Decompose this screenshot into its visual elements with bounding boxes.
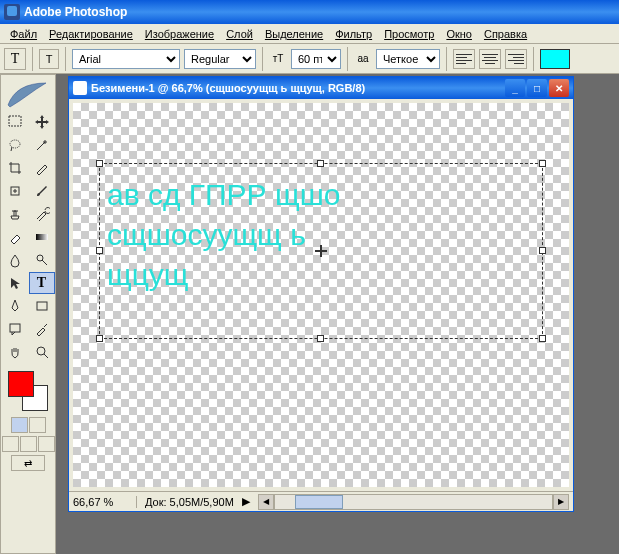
mask-mode-buttons (11, 417, 46, 433)
svg-rect-0 (9, 116, 21, 126)
canvas-text-content[interactable]: ав сд ГПРР щшо сщшосуущщ ь щцущ (107, 175, 340, 295)
tool-grid: T (2, 111, 55, 363)
separator (533, 47, 534, 71)
horizontal-scrollbar[interactable]: ◀ ▶ (258, 494, 569, 510)
scroll-left-button[interactable]: ◀ (258, 494, 274, 510)
scroll-right-button[interactable]: ▶ (553, 494, 569, 510)
svg-point-7 (37, 347, 45, 355)
gradient-tool[interactable] (29, 226, 55, 248)
screen-full-button[interactable] (38, 436, 55, 452)
resize-handle-ml[interactable] (96, 247, 103, 254)
canvas-area: Безимени-1 @ 66,7% (сщшосуущщ ь щцущ, RG… (56, 74, 619, 554)
separator (347, 47, 348, 71)
pen-tool[interactable] (2, 295, 28, 317)
svg-rect-3 (36, 234, 48, 240)
clone-stamp-tool[interactable] (2, 203, 28, 225)
crop-tool[interactable] (2, 157, 28, 179)
menu-file[interactable]: Файл (4, 26, 43, 42)
hand-tool[interactable] (2, 341, 28, 363)
svg-point-1 (10, 140, 20, 148)
document-window: Безимени-1 @ 66,7% (сщшосуущщ ь щцущ, RG… (68, 76, 574, 512)
align-center-button[interactable] (479, 49, 501, 69)
app-title: Adobe Photoshop (24, 5, 127, 19)
screen-mode-buttons (2, 436, 55, 452)
healing-brush-tool[interactable] (2, 180, 28, 202)
separator (32, 47, 33, 71)
menu-select[interactable]: Выделение (259, 26, 329, 42)
marquee-tool[interactable] (2, 111, 28, 133)
font-size-select[interactable]: 60 пт (291, 49, 341, 69)
canvas[interactable]: ав сд ГПРР щшо сщшосуущщ ь щцущ (73, 103, 569, 487)
menu-window[interactable]: Окно (440, 26, 478, 42)
scroll-thumb[interactable] (295, 495, 343, 509)
shape-tool[interactable] (29, 295, 55, 317)
menu-layer[interactable]: Слой (220, 26, 259, 42)
type-tool[interactable]: T (29, 272, 55, 294)
options-bar: T T Arial Regular тТ 60 пт aа Четкое (0, 44, 619, 74)
font-size-icon: тТ (269, 50, 287, 68)
menu-filter[interactable]: Фильтр (329, 26, 378, 42)
antialias-icon: aа (354, 50, 372, 68)
workspace: T ⇄ Безимени-1 @ 66,7% (сщшосуущщ (0, 74, 619, 554)
zoom-level-field[interactable]: 66,67 % (73, 496, 137, 508)
separator (262, 47, 263, 71)
quickmask-mode-button[interactable] (29, 417, 46, 433)
blur-tool[interactable] (2, 249, 28, 271)
resize-handle-tm[interactable] (317, 160, 324, 167)
antialias-select[interactable]: Четкое (376, 49, 440, 69)
foreground-color-swatch[interactable] (8, 371, 34, 397)
path-select-tool[interactable] (2, 272, 28, 294)
minimize-button[interactable]: _ (505, 79, 525, 97)
notes-tool[interactable] (2, 318, 28, 340)
menu-help[interactable]: Справка (478, 26, 533, 42)
align-right-button[interactable] (505, 49, 527, 69)
resize-handle-tl[interactable] (96, 160, 103, 167)
status-bar: 66,67 % Док: 5,05M/5,90M ▶ ◀ ▶ (69, 491, 573, 511)
text-orientation-button[interactable]: T (39, 49, 59, 69)
scroll-track[interactable] (274, 494, 553, 510)
status-menu-arrow[interactable]: ▶ (242, 495, 250, 508)
font-weight-select[interactable]: Regular (184, 49, 256, 69)
current-tool-preset[interactable]: T (4, 48, 26, 70)
brush-tool[interactable] (29, 180, 55, 202)
maximize-button[interactable]: □ (527, 79, 547, 97)
photoshop-logo-icon (3, 77, 53, 111)
magic-wand-tool[interactable] (29, 134, 55, 156)
app-icon (4, 4, 20, 20)
svg-rect-5 (37, 302, 47, 310)
menu-edit[interactable]: Редактирование (43, 26, 139, 42)
separator (65, 47, 66, 71)
doc-size-label: Док: 5,05M/5,90M (145, 496, 234, 508)
font-family-select[interactable]: Arial (72, 49, 180, 69)
svg-rect-6 (10, 324, 20, 332)
screen-standard-button[interactable] (2, 436, 19, 452)
screen-fullmenu-button[interactable] (20, 436, 37, 452)
menu-view[interactable]: Просмотр (378, 26, 440, 42)
dodge-tool[interactable] (29, 249, 55, 271)
toolbox: T ⇄ (0, 74, 56, 554)
standard-mode-button[interactable] (11, 417, 28, 433)
zoom-tool[interactable] (29, 341, 55, 363)
menu-image[interactable]: Изображение (139, 26, 220, 42)
lasso-tool[interactable] (2, 134, 28, 156)
document-titlebar[interactable]: Безимени-1 @ 66,7% (сщшосуущщ ь щцущ, RG… (69, 77, 573, 99)
menubar: Файл Редактирование Изображение Слой Выд… (0, 24, 619, 44)
eraser-tool[interactable] (2, 226, 28, 248)
color-picker[interactable] (6, 369, 50, 413)
app-titlebar: Adobe Photoshop (0, 0, 619, 24)
close-button[interactable]: ✕ (549, 79, 569, 97)
resize-handle-bm[interactable] (317, 335, 324, 342)
move-tool[interactable] (29, 111, 55, 133)
slice-tool[interactable] (29, 157, 55, 179)
history-brush-tool[interactable] (29, 203, 55, 225)
separator (446, 47, 447, 71)
jump-to-imageready-button[interactable]: ⇄ (11, 455, 45, 471)
eyedropper-tool[interactable] (29, 318, 55, 340)
text-color-swatch[interactable] (540, 49, 570, 69)
resize-handle-tr[interactable] (539, 160, 546, 167)
resize-handle-br[interactable] (539, 335, 546, 342)
resize-handle-mr[interactable] (539, 247, 546, 254)
align-left-button[interactable] (453, 49, 475, 69)
document-title: Безимени-1 @ 66,7% (сщшосуущщ ь щцущ, RG… (91, 82, 365, 94)
resize-handle-bl[interactable] (96, 335, 103, 342)
